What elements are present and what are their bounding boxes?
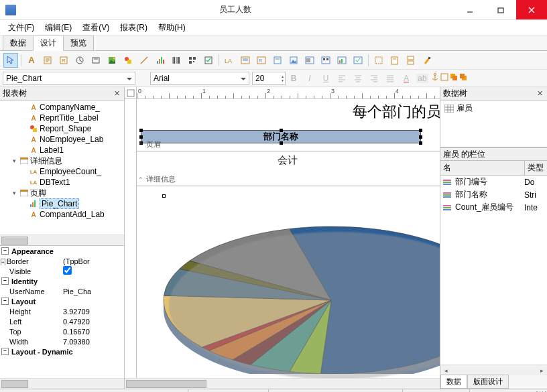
highlight-button[interactable]: ab (415, 72, 430, 85)
prop-row[interactable]: UserNamePie_Cha (0, 286, 124, 296)
menu-help[interactable]: 帮助(H) (153, 21, 191, 35)
fields-list[interactable]: 部门编号Do部门名称StriCount_雇员编号Inte (440, 176, 547, 365)
ruler-origin-icon[interactable] (125, 87, 137, 99)
tree-node[interactable]: ▾详细信息 (1, 155, 123, 166)
variable-tool-button[interactable] (88, 53, 103, 68)
prop-row[interactable]: Top0.16670 (0, 326, 124, 336)
prop-group[interactable]: −Layout (0, 296, 124, 306)
tree-node[interactable]: Pie_Chart (1, 198, 123, 209)
tree-node[interactable]: ▾页脚 (1, 188, 123, 198)
tab-preview[interactable]: 预览 (63, 36, 94, 50)
pie-chart[interactable] (157, 200, 440, 376)
field-item[interactable]: 部门编号Do (440, 176, 547, 188)
field-item[interactable]: 部门名称Stri (440, 188, 547, 201)
minimize-button[interactable] (454, 0, 485, 19)
tree-hscrollbar[interactable] (0, 235, 124, 245)
tree-node[interactable]: AReprtTitle_Label (1, 113, 123, 123)
barcode-tool-button[interactable] (169, 53, 184, 68)
font-color-button[interactable]: A (399, 72, 414, 85)
border-button[interactable] (440, 72, 449, 84)
prop-group[interactable]: −Identity (0, 276, 124, 286)
menu-edit[interactable]: 编辑(E) (40, 21, 77, 35)
maximize-button[interactable] (485, 0, 516, 19)
fields-hscrollbar[interactable]: ◂▸ (440, 365, 547, 375)
tree-node[interactable]: ALabel1 (1, 145, 123, 155)
underline-button[interactable]: U (318, 72, 333, 85)
richtext-tool-button[interactable]: R (56, 53, 71, 68)
col-type-header[interactable]: 类型 (524, 161, 547, 175)
font-size-spin[interactable]: 20 (252, 72, 286, 85)
prop-row[interactable]: Width7.09380 (0, 336, 124, 346)
tab-design[interactable]: 设计 (33, 36, 64, 51)
prop-group[interactable]: −Layout - Dynamic (0, 346, 124, 356)
header-bar[interactable]: 部门名称 (141, 130, 421, 143)
align-right-button[interactable] (367, 72, 381, 85)
dbteechart-tool-button[interactable] (335, 53, 349, 68)
band-collapse-icon[interactable]: ⌃ (138, 176, 143, 183)
detail-text[interactable]: 会计 (278, 154, 298, 167)
prop-row[interactable]: +Border(TppBor (0, 256, 124, 266)
bold-button[interactable]: B (286, 72, 301, 85)
prop-row[interactable]: Height3.92709 (0, 306, 124, 316)
band-collapse-icon[interactable]: ⌃ (138, 141, 143, 148)
property-grid[interactable]: −Appearance+Border(TppBorVisible−Identit… (0, 246, 124, 356)
menu-view[interactable]: 查看(V) (77, 21, 115, 35)
dbrichtext-tool-button[interactable]: R (254, 53, 269, 68)
tree-node[interactable]: ANoEmployee_Lab (1, 134, 123, 145)
col-name-header[interactable]: 名 (440, 161, 524, 175)
bring-front-button[interactable] (449, 72, 459, 84)
send-back-button[interactable] (459, 72, 468, 84)
props-hscrollbar[interactable] (0, 378, 124, 389)
bottom-tab-layout[interactable]: 版面设计 (467, 375, 509, 389)
tree-node[interactable]: Report_Shape (1, 123, 123, 134)
sysvar-tool-button[interactable] (72, 53, 87, 68)
close-button[interactable] (516, 0, 547, 19)
teechart-tool-button[interactable] (153, 53, 168, 68)
anchors-button[interactable] (430, 72, 440, 84)
data-tree-close-icon[interactable]: ✕ (536, 89, 544, 98)
db2dbarcode-tool-button[interactable] (318, 53, 333, 68)
line-tool-button[interactable] (137, 53, 151, 68)
pagebreak-tool-button[interactable] (404, 53, 418, 68)
report-tree-close-icon[interactable]: ✕ (113, 89, 121, 98)
2dbarcode-tool-button[interactable] (185, 53, 200, 68)
prop-group[interactable]: −Appearance (0, 246, 124, 256)
design-canvas[interactable]: 012345 每个部门的员 部门名称 ⌃页眉 会计 ⌃详 (125, 87, 440, 389)
report-title-text[interactable]: 每个部门的员 (353, 102, 440, 122)
menu-report[interactable]: 报表(R) (115, 21, 153, 35)
prop-row[interactable]: Left0.47920 (0, 316, 124, 326)
label-tool-button[interactable]: A (24, 53, 39, 68)
image-tool-button[interactable] (105, 53, 119, 68)
dbcheckbox-tool-button[interactable] (351, 53, 365, 68)
paintbox-tool-button[interactable] (420, 53, 434, 68)
align-center-button[interactable] (351, 72, 365, 85)
dbbarcode-tool-button[interactable] (302, 53, 317, 68)
dbmemo-tool-button[interactable] (238, 53, 253, 68)
tree-node[interactable]: ACompanyName_ (1, 102, 123, 113)
report-tree[interactable]: ACompanyName_AReprtTitle_LabelReport_Sha… (0, 101, 124, 221)
tab-data[interactable]: 数据 (3, 36, 34, 50)
checkbox-tool-button[interactable] (201, 53, 216, 68)
prop-row[interactable]: Visible (0, 266, 124, 276)
dbimage-tool-button[interactable] (286, 53, 301, 68)
tree-node[interactable]: ACompantAdd_Lab (1, 209, 123, 220)
menu-file[interactable]: 文件(F) (3, 21, 40, 35)
memo-tool-button[interactable] (40, 53, 55, 68)
dbcalc-tool-button[interactable] (270, 53, 285, 68)
subreport-tool-button[interactable] (387, 53, 402, 68)
font-name-combo[interactable]: Arial (150, 72, 249, 85)
tree-node[interactable]: LADBText1 (1, 177, 123, 188)
dataset-item[interactable]: 雇员 (442, 102, 546, 115)
region-tool-button[interactable] (371, 53, 386, 68)
tree-node[interactable]: LAEmployeeCount_ (1, 166, 123, 177)
select-tool-button[interactable] (3, 53, 18, 68)
align-left-button[interactable] (335, 72, 349, 85)
field-item[interactable]: Count_雇员编号Inte (440, 201, 547, 214)
canvas-hscrollbar[interactable] (125, 378, 440, 389)
align-justify-button[interactable] (383, 72, 398, 85)
dbtext-tool-button[interactable]: LA (222, 53, 237, 68)
shape-tool-button[interactable] (121, 53, 135, 68)
italic-button[interactable]: I (302, 72, 317, 85)
bottom-tab-data[interactable]: 数据 (440, 375, 467, 389)
object-combo[interactable]: Pie_Chart (3, 72, 135, 85)
